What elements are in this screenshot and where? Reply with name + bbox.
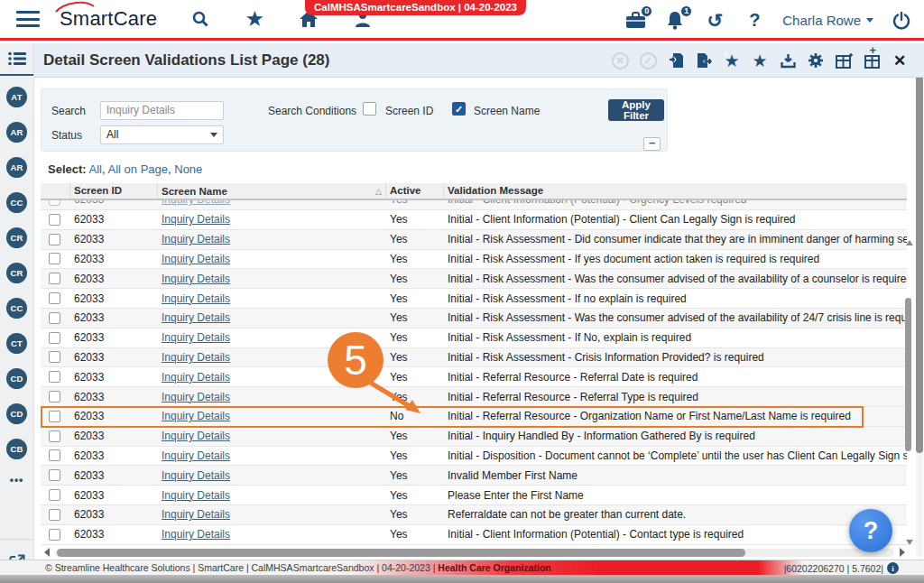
export-download-icon[interactable]	[778, 51, 798, 70]
row-screen-name-link[interactable]: Inquiry Details	[162, 311, 230, 324]
row-screen-name-link[interactable]: Inquiry Details	[162, 449, 230, 462]
row-checkbox[interactable]	[49, 234, 60, 245]
row-screen-id: 62033	[70, 351, 158, 364]
logo-swoosh-icon	[54, 1, 96, 14]
info-icon[interactable]: i	[887, 562, 899, 574]
row-screen-name-link[interactable]: Inquiry Details	[162, 371, 230, 384]
row-message: Initial - Risk Assessment - If no explai…	[444, 292, 907, 305]
client-avatar-list: ATARARCCCRCRCCCTCDCDCB•••	[0, 76, 33, 486]
hamburger-menu-icon[interactable]	[16, 11, 40, 27]
client-avatar[interactable]: CR	[6, 227, 27, 248]
table-scroll-up-arrow-icon[interactable]	[906, 240, 913, 245]
favorites-star-icon[interactable]: ★	[244, 8, 265, 30]
footer-version-info: |60202206270 | 5.7602| i	[784, 562, 899, 574]
header-active[interactable]: Active	[386, 183, 444, 199]
sort-ascending-icon[interactable]: △	[375, 187, 382, 196]
horizontal-scroll-thumb[interactable]	[57, 549, 745, 557]
help-floating-button[interactable]: ?	[849, 509, 892, 552]
search-input[interactable]: Inquiry Details	[100, 101, 224, 120]
client-avatar[interactable]: CC	[6, 192, 27, 213]
row-checkbox[interactable]	[49, 351, 60, 363]
collapse-filter-button[interactable]: –	[643, 137, 661, 151]
row-screen-name-link[interactable]: Inquiry Details	[162, 233, 230, 245]
export-document-in-icon[interactable]	[666, 51, 686, 70]
logout-power-icon[interactable]	[890, 9, 913, 32]
favorite-star-icon[interactable]: ★	[750, 51, 770, 70]
client-avatar[interactable]: CD	[6, 403, 27, 424]
header-screen-name[interactable]: Screen Name △	[158, 183, 386, 199]
header-screen-id[interactable]: Screen ID	[70, 183, 158, 199]
environment-badge: CalMHSASmartcareSandbox | 04-20-2023	[305, 0, 526, 15]
new-grid-icon[interactable]	[834, 51, 854, 70]
briefcase-icon[interactable]: 0	[624, 9, 647, 32]
row-checkbox[interactable]	[49, 430, 60, 442]
more-clients-icon[interactable]: •••	[10, 474, 24, 486]
notifications-bell-icon[interactable]: 1	[663, 9, 687, 32]
row-screen-name-link[interactable]: Inquiry Details	[162, 213, 230, 226]
add-favorite-star-icon[interactable]: ★+	[722, 51, 742, 70]
row-screen-name-link[interactable]: Inquiry Details	[162, 528, 230, 541]
row-checkbox[interactable]	[49, 509, 60, 521]
row-checkbox[interactable]	[49, 411, 60, 422]
scroll-right-arrow-icon[interactable]	[900, 548, 905, 557]
client-avatar[interactable]: CB	[6, 439, 27, 459]
status-dropdown[interactable]: All	[100, 125, 224, 144]
client-avatar[interactable]: CT	[6, 333, 27, 354]
row-checkbox[interactable]	[49, 391, 60, 403]
row-screen-name-link[interactable]: Inquiry Details	[162, 489, 230, 502]
row-screen-id: 62033	[70, 311, 158, 324]
row-screen-name-link[interactable]: Inquiry Details	[162, 410, 230, 422]
row-screen-name-link[interactable]: Inquiry Details	[162, 469, 230, 482]
client-avatar[interactable]: AR	[6, 157, 27, 178]
client-avatar[interactable]: AR	[6, 122, 27, 143]
row-screen-name-link[interactable]: Inquiry Details	[162, 200, 230, 206]
row-checkbox[interactable]	[49, 253, 60, 264]
screen-id-checkbox[interactable]	[363, 102, 376, 116]
row-screen-name-link[interactable]: Inquiry Details	[162, 391, 230, 403]
row-screen-name-link[interactable]: Inquiry Details	[162, 331, 230, 344]
row-checkbox[interactable]	[49, 529, 60, 541]
open-list-icon[interactable]	[0, 43, 33, 76]
row-checkbox[interactable]	[49, 214, 60, 226]
row-checkbox[interactable]	[49, 312, 60, 324]
row-screen-name-link[interactable]: Inquiry Details	[162, 508, 230, 521]
client-avatar[interactable]: CD	[6, 368, 27, 389]
row-checkbox[interactable]	[49, 371, 60, 383]
row-checkbox[interactable]	[49, 332, 60, 344]
row-checkbox[interactable]	[49, 200, 60, 206]
client-avatar[interactable]: AT	[6, 87, 27, 107]
select-link[interactable]: All on Page	[106, 162, 168, 176]
row-checkbox[interactable]	[49, 273, 60, 284]
row-active: Yes	[386, 200, 444, 206]
search-icon[interactable]	[189, 8, 211, 30]
client-avatar[interactable]: CC	[6, 298, 27, 319]
row-screen-name-link[interactable]: Inquiry Details	[162, 351, 230, 364]
vertical-scrollbar-outer[interactable]	[916, 47, 923, 558]
table-scroll-down-arrow-icon[interactable]	[906, 540, 913, 545]
select-link[interactable]: All	[89, 162, 102, 176]
export-document-out-icon[interactable]	[694, 51, 714, 70]
client-avatar[interactable]: CR	[6, 263, 27, 283]
row-screen-name-link[interactable]: Inquiry Details	[162, 292, 230, 305]
history-icon[interactable]: ↺	[703, 9, 726, 32]
scroll-left-arrow-icon[interactable]	[44, 548, 50, 557]
row-screen-name-link[interactable]: Inquiry Details	[162, 273, 230, 285]
row-checkbox[interactable]	[49, 292, 60, 304]
header-validation-message[interactable]: Validation Message	[444, 183, 907, 199]
apply-filter-button[interactable]: Apply Filter	[608, 99, 664, 121]
select-link[interactable]: None	[171, 162, 203, 176]
row-screen-name-link[interactable]: Inquiry Details	[162, 430, 230, 442]
horizontal-scrollbar[interactable]	[41, 547, 905, 558]
add-plus-icon[interactable]: +	[869, 43, 876, 57]
screen-name-checkbox[interactable]: ✓	[452, 102, 466, 116]
row-screen-name-link[interactable]: Inquiry Details	[162, 253, 230, 265]
vertical-scroll-thumb-outer[interactable]	[916, 51, 923, 453]
table-scroll-thumb[interactable]	[905, 298, 911, 451]
global-help-icon[interactable]: ?	[743, 9, 766, 32]
row-checkbox[interactable]	[49, 489, 60, 501]
row-checkbox[interactable]	[49, 469, 60, 481]
settings-gear-icon[interactable]	[806, 51, 826, 70]
user-menu[interactable]: Charla Rowe	[782, 13, 873, 28]
close-page-icon[interactable]: ✕	[890, 51, 910, 70]
row-checkbox[interactable]	[49, 449, 60, 461]
